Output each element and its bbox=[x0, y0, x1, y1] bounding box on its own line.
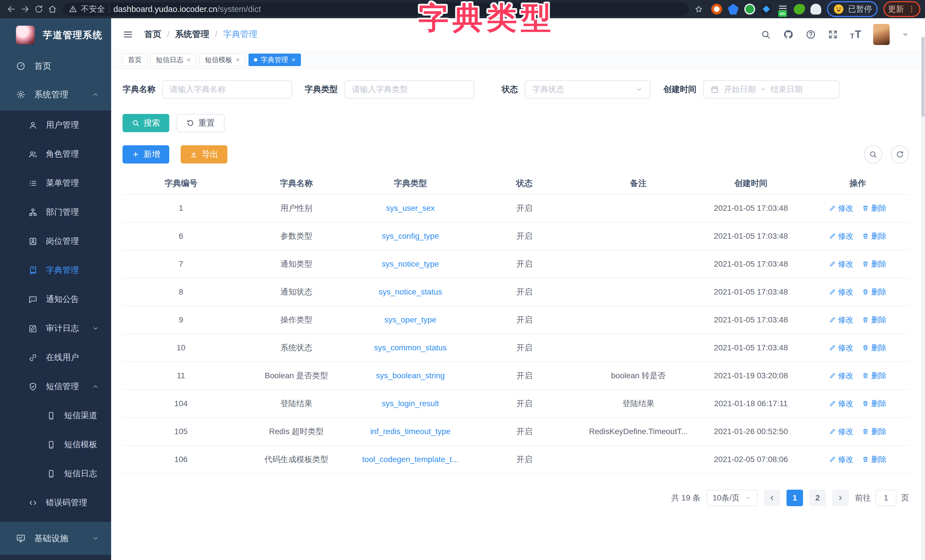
delete-button[interactable]: 删除 bbox=[862, 287, 887, 297]
breadcrumb-home[interactable]: 首页 bbox=[144, 29, 161, 40]
sidebar-item-sms-template[interactable]: 短信模板 bbox=[0, 430, 111, 459]
dict-type-link[interactable]: sys_user_sex bbox=[386, 204, 435, 212]
tab-home[interactable]: 首页 bbox=[122, 54, 147, 66]
user-avatar[interactable] bbox=[873, 24, 890, 45]
add-button[interactable]: 新增 bbox=[122, 145, 169, 164]
page-button-2[interactable]: 2 bbox=[809, 490, 826, 506]
sidebar-item-system[interactable]: 系统管理 bbox=[0, 80, 111, 109]
person-extension-icon[interactable] bbox=[811, 4, 821, 15]
breadcrumb-system[interactable]: 系统管理 bbox=[175, 29, 209, 40]
page-size-select[interactable]: 10条/页 bbox=[707, 490, 758, 506]
delete-button[interactable]: 删除 bbox=[862, 426, 887, 437]
sidebar-item-online-user[interactable]: 在线用户 bbox=[0, 343, 111, 372]
tab-sms-log[interactable]: 短信日志× bbox=[151, 54, 196, 66]
close-icon[interactable]: × bbox=[236, 56, 240, 63]
dict-type-input[interactable]: 请输入字典类型 bbox=[345, 80, 474, 99]
edit-button[interactable]: 修改 bbox=[829, 231, 853, 241]
bookmark-star-icon[interactable] bbox=[692, 2, 706, 16]
target-extension-icon[interactable] bbox=[711, 4, 722, 15]
back-icon[interactable] bbox=[5, 2, 18, 16]
tab-sms-template[interactable]: 短信模板× bbox=[199, 54, 245, 66]
font-size-icon[interactable]: TT bbox=[850, 29, 861, 39]
sidebar-item-infra[interactable]: 基础设施 bbox=[0, 522, 111, 555]
sidebar-item-user[interactable]: 用户管理 bbox=[0, 110, 111, 140]
tab-dict[interactable]: 字典管理× bbox=[249, 54, 301, 66]
edit-button[interactable]: 修改 bbox=[829, 370, 853, 381]
sidebar-item-menu[interactable]: 菜单管理 bbox=[0, 169, 111, 198]
reset-button[interactable]: 重置 bbox=[177, 114, 224, 132]
plant-extension-icon[interactable] bbox=[792, 2, 806, 16]
sidebar-item-error-code[interactable]: 错误码管理 bbox=[0, 488, 111, 517]
sidebar-item-dept[interactable]: 部门管理 bbox=[0, 198, 111, 227]
export-button[interactable]: 导出 bbox=[181, 145, 227, 164]
dict-type-link[interactable]: sys_notice_type bbox=[382, 259, 439, 268]
dict-name-input[interactable]: 请输入字典名称 bbox=[163, 80, 292, 99]
dict-type-link[interactable]: inf_redis_timeout_type bbox=[370, 427, 450, 436]
dict-type-link[interactable]: sys_notice_status bbox=[379, 288, 442, 296]
delete-button[interactable]: 删除 bbox=[862, 231, 887, 241]
delete-button[interactable]: 删除 bbox=[862, 370, 887, 381]
edit-button[interactable]: 修改 bbox=[829, 343, 853, 353]
home-icon[interactable] bbox=[45, 2, 59, 16]
delete-button[interactable]: 删除 bbox=[862, 259, 887, 269]
help-icon[interactable] bbox=[806, 29, 816, 39]
edit-button[interactable]: 修改 bbox=[829, 454, 853, 465]
fullscreen-icon[interactable] bbox=[828, 29, 838, 39]
chevron-down-icon[interactable] bbox=[902, 31, 909, 38]
status-select[interactable]: 字典状态 bbox=[525, 80, 650, 99]
sidebar-item-post[interactable]: 岗位管理 bbox=[0, 227, 111, 256]
edit-button[interactable]: 修改 bbox=[829, 259, 853, 269]
prev-page-button[interactable] bbox=[764, 490, 780, 506]
date-range-picker[interactable]: 开始日期 ~ 结束日期 bbox=[703, 80, 839, 99]
sidebar-item-audit-log[interactable]: 审计日志 bbox=[0, 314, 111, 343]
list-extension-icon[interactable]: on bbox=[777, 4, 788, 15]
delete-button[interactable]: 删除 bbox=[862, 399, 887, 409]
forward-icon[interactable] bbox=[18, 2, 32, 16]
app-logo-row[interactable]: 芋道管理系统 bbox=[0, 18, 111, 52]
sidebar-item-sms-log[interactable]: 短信日志 bbox=[0, 459, 111, 488]
sidebar-item-home[interactable]: 首页 bbox=[0, 52, 111, 80]
close-icon[interactable]: × bbox=[292, 56, 295, 63]
edit-button[interactable]: 修改 bbox=[829, 426, 853, 437]
page-button-1[interactable]: 1 bbox=[786, 490, 803, 506]
dict-type-link[interactable]: sys_config_type bbox=[382, 232, 439, 241]
next-page-button[interactable] bbox=[832, 490, 849, 506]
delete-button[interactable]: 删除 bbox=[862, 343, 887, 353]
search-button[interactable]: 搜索 bbox=[122, 114, 169, 132]
gem-extension-icon[interactable] bbox=[728, 4, 739, 15]
browser-update-chip[interactable]: 更新 bbox=[883, 1, 920, 17]
scrollbar-thumb[interactable] bbox=[922, 37, 924, 117]
address-bar[interactable]: 不安全 dashboard.yudao.iocoder.cn/system/di… bbox=[63, 3, 689, 16]
delete-button[interactable]: 删除 bbox=[862, 203, 887, 213]
refresh-table-button[interactable] bbox=[891, 145, 909, 164]
dict-type-link[interactable]: sys_login_result bbox=[382, 399, 439, 408]
search-icon[interactable] bbox=[761, 29, 771, 39]
edit-button[interactable]: 修改 bbox=[829, 203, 853, 213]
edit-button[interactable]: 修改 bbox=[829, 315, 853, 325]
sidebar-item-notice[interactable]: 通知公告 bbox=[0, 285, 111, 314]
goto-page-input[interactable]: 1 bbox=[875, 490, 896, 506]
github-icon[interactable] bbox=[783, 29, 794, 40]
green-circle-extension-icon[interactable] bbox=[744, 4, 755, 15]
delete-button[interactable]: 删除 bbox=[862, 454, 887, 465]
dict-type-link[interactable]: sys_boolean_string bbox=[376, 371, 444, 380]
reload-icon[interactable] bbox=[32, 2, 45, 16]
sidebar-item-role[interactable]: 角色管理 bbox=[0, 140, 111, 169]
close-icon[interactable]: × bbox=[187, 56, 191, 63]
scrollbar[interactable] bbox=[921, 36, 925, 560]
dict-type-link[interactable]: sys_oper_type bbox=[384, 315, 436, 324]
sidebar-item-dict[interactable]: 字典管理 bbox=[0, 256, 111, 285]
dict-type-link[interactable]: sys_common_status bbox=[374, 343, 446, 352]
toggle-search-button[interactable] bbox=[864, 145, 882, 164]
sidebar-item-sms[interactable]: 短信管理 bbox=[0, 372, 111, 401]
diamond-extension-icon[interactable] bbox=[761, 4, 772, 15]
dict-type-link[interactable]: tool_codegen_template_t... bbox=[362, 455, 458, 464]
hamburger-icon[interactable] bbox=[122, 29, 133, 40]
profile-paused-chip[interactable]: 已暂停 bbox=[827, 1, 878, 17]
sidebar-item-sms-channel[interactable]: 短信渠道 bbox=[0, 401, 111, 430]
security-label[interactable]: 不安全 bbox=[81, 4, 105, 15]
browser-menu-icon[interactable] bbox=[907, 5, 916, 14]
edit-button[interactable]: 修改 bbox=[829, 399, 853, 409]
delete-button[interactable]: 删除 bbox=[862, 315, 887, 325]
edit-button[interactable]: 修改 bbox=[829, 287, 853, 297]
